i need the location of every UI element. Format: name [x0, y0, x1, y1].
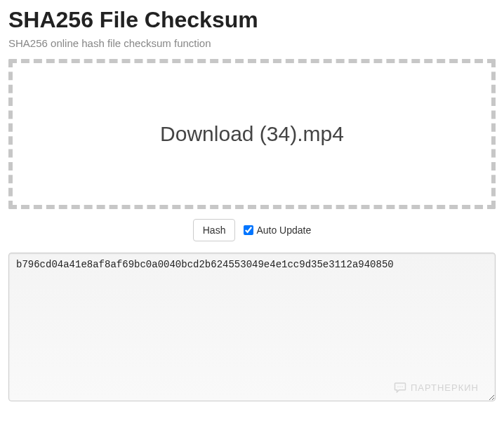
auto-update-label: Auto Update — [256, 225, 311, 236]
auto-update-checkbox[interactable] — [244, 225, 253, 235]
auto-update-label-wrap[interactable]: Auto Update — [244, 225, 311, 236]
page-title: SHA256 File Checksum — [8, 7, 496, 33]
page-subtitle: SHA256 online hash file checksum functio… — [8, 37, 496, 49]
hash-button[interactable]: Hash — [193, 219, 236, 241]
hash-output[interactable] — [8, 253, 496, 401]
file-dropzone[interactable]: Download (34).mp4 — [8, 59, 496, 209]
controls-row: Hash Auto Update — [8, 219, 496, 241]
dropzone-filename: Download (34).mp4 — [160, 122, 344, 146]
